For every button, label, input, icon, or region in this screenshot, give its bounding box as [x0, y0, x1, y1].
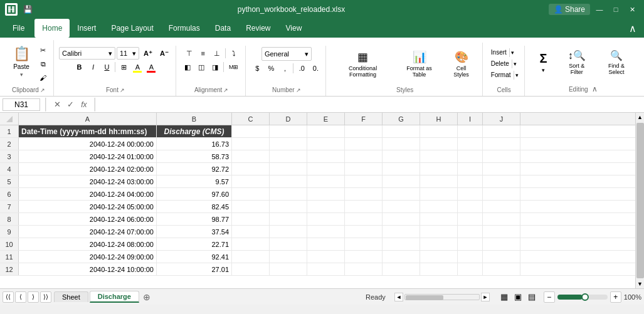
- font-increase-btn[interactable]: A⁺: [140, 47, 156, 60]
- cell-d10[interactable]: [270, 238, 307, 250]
- cell-j2[interactable]: [483, 138, 520, 150]
- cell-g1[interactable]: [383, 125, 420, 137]
- ribbon-expand-btn[interactable]: ∧: [592, 85, 598, 93]
- menu-file[interactable]: File: [3, 19, 34, 38]
- increase-decimal-btn[interactable]: .0: [295, 62, 308, 75]
- cell-d3[interactable]: [270, 150, 307, 162]
- view-normal-btn[interactable]: ▦: [499, 291, 510, 303]
- zoom-out-btn[interactable]: −: [544, 291, 555, 303]
- cell-f10[interactable]: [345, 238, 383, 250]
- menu-home[interactable]: Home: [34, 19, 70, 38]
- align-center-btn[interactable]: ◫: [195, 61, 208, 73]
- cell-e1[interactable]: [307, 125, 345, 137]
- zoom-in-btn[interactable]: +: [610, 291, 621, 303]
- cell-j10[interactable]: [483, 238, 520, 250]
- align-top-btn[interactable]: ⊤: [183, 47, 196, 60]
- cell-a11[interactable]: 2040-12-24 09:00:00: [19, 251, 157, 263]
- cell-b12[interactable]: 27.01: [157, 263, 232, 275]
- font-color-btn[interactable]: A: [145, 61, 157, 73]
- cell-i7[interactable]: [458, 201, 483, 212]
- sheet-first-btn[interactable]: ⟨⟨: [3, 291, 14, 303]
- cell-e2[interactable]: [307, 138, 345, 150]
- conditional-formatting-btn[interactable]: ▦ Conditional Formatting: [331, 44, 394, 84]
- quick-save-btn[interactable]: 💾: [21, 3, 34, 16]
- align-bottom-btn[interactable]: ⊥: [211, 47, 223, 60]
- scroll-right-btn[interactable]: ►: [481, 293, 490, 301]
- format-btn[interactable]: Format ▾: [488, 70, 520, 80]
- cell-b5[interactable]: 9.57: [157, 175, 232, 187]
- paste-btn[interactable]: 📋 Paste ▾: [8, 41, 35, 81]
- font-name-selector[interactable]: Calibri ▾: [59, 47, 115, 60]
- cell-g9[interactable]: [383, 226, 420, 238]
- align-middle-btn[interactable]: ≡: [197, 47, 209, 60]
- cell-b8[interactable]: 98.77: [157, 213, 232, 225]
- cell-i9[interactable]: [458, 226, 483, 238]
- cell-a5[interactable]: 2040-12-24 03:00:00: [19, 175, 157, 187]
- cell-b1[interactable]: Discharge (CMS): [157, 125, 232, 137]
- cell-h4[interactable]: [420, 163, 458, 175]
- alignment-expand-icon[interactable]: ↗: [223, 87, 228, 93]
- cell-h8[interactable]: [420, 213, 458, 225]
- menu-review[interactable]: Review: [238, 19, 278, 38]
- cell-j4[interactable]: [483, 163, 520, 175]
- cell-e9[interactable]: [307, 226, 345, 238]
- col-header-h[interactable]: H: [420, 113, 458, 125]
- cell-g12[interactable]: [383, 263, 420, 275]
- align-right-btn[interactable]: ◨: [209, 61, 221, 73]
- cell-g7[interactable]: [383, 201, 420, 212]
- cell-a4[interactable]: 2040-12-24 02:00:00: [19, 163, 157, 175]
- cell-i6[interactable]: [458, 188, 483, 200]
- cell-e10[interactable]: [307, 238, 345, 250]
- cell-e12[interactable]: [307, 263, 345, 275]
- cell-b2[interactable]: 16.73: [157, 138, 232, 150]
- add-sheet-btn[interactable]: ⊕: [140, 291, 153, 303]
- sheet-last-btn[interactable]: ⟩⟩: [40, 291, 51, 303]
- cell-d9[interactable]: [270, 226, 307, 238]
- cell-c6[interactable]: [232, 188, 270, 200]
- cell-j11[interactable]: [483, 251, 520, 263]
- cell-i4[interactable]: [458, 163, 483, 175]
- number-format-selector[interactable]: General ▾: [261, 47, 312, 61]
- cell-j12[interactable]: [483, 263, 520, 275]
- fill-color-btn[interactable]: A: [131, 61, 144, 73]
- merge-btn[interactable]: M⊞: [226, 61, 242, 73]
- format-arrow[interactable]: ▾: [514, 71, 520, 80]
- cell-f2[interactable]: [345, 138, 383, 150]
- cell-a3[interactable]: 2040-12-24 01:00:00: [19, 150, 157, 162]
- italic-btn[interactable]: I: [87, 61, 99, 73]
- cell-g4[interactable]: [383, 163, 420, 175]
- format-painter-btn[interactable]: 🖌: [36, 71, 50, 84]
- cell-c4[interactable]: [232, 163, 270, 175]
- cell-h11[interactable]: [420, 251, 458, 263]
- zoom-slider-thumb[interactable]: [581, 293, 589, 301]
- cell-c9[interactable]: [232, 226, 270, 238]
- menu-insert[interactable]: Insert: [70, 19, 103, 38]
- cell-c7[interactable]: [232, 201, 270, 212]
- formula-input[interactable]: [102, 98, 641, 111]
- currency-btn[interactable]: $: [251, 62, 263, 75]
- cell-e6[interactable]: [307, 188, 345, 200]
- cell-c11[interactable]: [232, 251, 270, 263]
- cell-c10[interactable]: [232, 238, 270, 250]
- cell-j1[interactable]: [483, 125, 520, 137]
- cell-a2[interactable]: 2040-12-24 00:00:00: [19, 138, 157, 150]
- scroll-up-btn[interactable]: ▲: [636, 113, 645, 122]
- cell-h10[interactable]: [420, 238, 458, 250]
- cell-d6[interactable]: [270, 188, 307, 200]
- cell-h2[interactable]: [420, 138, 458, 150]
- cell-g8[interactable]: [383, 213, 420, 225]
- cell-f1[interactable]: [345, 125, 383, 137]
- menu-data[interactable]: Data: [208, 19, 238, 38]
- cell-b11[interactable]: 92.41: [157, 251, 232, 263]
- cell-a7[interactable]: 2040-12-24 05:00:00: [19, 201, 157, 212]
- h-scroll-track[interactable]: [404, 294, 480, 300]
- col-header-d[interactable]: D: [270, 113, 307, 125]
- cell-f3[interactable]: [345, 150, 383, 162]
- cell-g11[interactable]: [383, 251, 420, 263]
- format-as-table-btn[interactable]: 📊 Format as Table: [396, 44, 443, 84]
- cell-b6[interactable]: 97.60: [157, 188, 232, 200]
- cell-h7[interactable]: [420, 201, 458, 212]
- cell-styles-btn[interactable]: 🎨 Cell Styles: [444, 44, 478, 84]
- number-expand-icon[interactable]: ↗: [296, 87, 301, 93]
- cell-h3[interactable]: [420, 150, 458, 162]
